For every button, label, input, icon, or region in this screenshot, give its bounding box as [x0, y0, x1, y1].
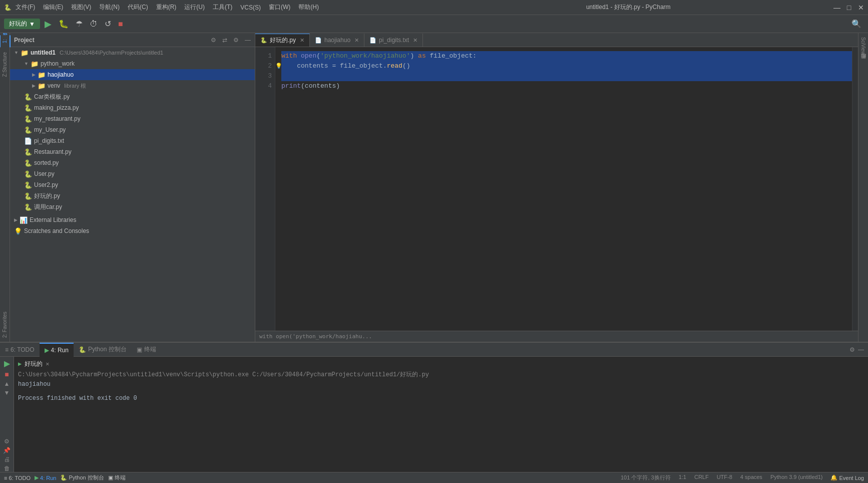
- bottom-tab-python-console[interactable]: 🐍 Python 控制台: [74, 343, 132, 357]
- rerun-button[interactable]: ↺: [102, 18, 114, 30]
- structure-label[interactable]: 结构图: [859, 59, 868, 67]
- debug-button[interactable]: 🐛: [56, 18, 71, 30]
- tree-python-work[interactable]: ▼ 📁 python_work: [10, 58, 255, 69]
- maximize-button[interactable]: □: [846, 5, 852, 11]
- run-tab-close-icon[interactable]: ✕: [46, 360, 49, 368]
- pi-digits-icon: 📄: [24, 137, 32, 145]
- tab-haowandy[interactable]: 🐍 好玩的.py ✕: [255, 34, 310, 47]
- tree-haojiahuo[interactable]: ▶ 📁 haojiahuo: [10, 69, 255, 80]
- run-pin-icon[interactable]: 📌: [3, 447, 11, 454]
- footer-indent[interactable]: 4 spaces: [740, 474, 762, 481]
- footer-position[interactable]: 1:1: [679, 474, 686, 481]
- sidebar-item-project[interactable]: 1:项目: [0, 35, 11, 47]
- code-editor[interactable]: with open('python_work/haojiahuo') as fi…: [275, 47, 852, 331]
- footer-python[interactable]: Python 3.9 (untitled1): [770, 474, 823, 481]
- coverage-button[interactable]: ☂: [73, 18, 85, 30]
- menu-view[interactable]: 视图(V): [67, 2, 95, 13]
- menu-vcs[interactable]: VCS(S): [236, 2, 265, 13]
- tree-my-user[interactable]: 🐍 my_User.py: [10, 124, 255, 135]
- tree-restaurant[interactable]: 🐍 Restaurant.py: [10, 146, 255, 157]
- sidebar-item-favorites[interactable]: 2: Favorites: [1, 308, 9, 342]
- todo-footer-button[interactable]: ≡ 6: TODO: [4, 475, 31, 481]
- event-log-button[interactable]: 🔔 Event Log: [830, 474, 864, 481]
- tree-haowandy[interactable]: 🐍 好玩的.py: [10, 190, 255, 201]
- tab-haowandy-close[interactable]: ✕: [300, 37, 304, 44]
- bottom-tab-run[interactable]: ▶ 4: Run: [40, 343, 74, 357]
- venv-name: venv: [48, 82, 60, 89]
- terminal-label: 终端: [144, 345, 156, 354]
- indent-2: [281, 61, 297, 71]
- tree-root[interactable]: ▼ 📁 untitled1 C:\Users\30484\PycharmProj…: [10, 47, 255, 58]
- tab-haojiahuo-close[interactable]: ✕: [354, 37, 359, 44]
- tab-pi-digits-label: pi_digits.txt: [379, 37, 409, 44]
- tree-external-libraries[interactable]: ▶ 📊 External Libraries: [10, 214, 255, 225]
- project-hide-icon[interactable]: —: [245, 37, 251, 44]
- haowandy-name: 好玩的.py: [34, 192, 60, 200]
- menu-file[interactable]: 文件(F): [12, 2, 39, 13]
- bottom-hide-icon[interactable]: —: [858, 346, 864, 353]
- search-everywhere-button[interactable]: 🔍: [849, 18, 864, 30]
- project-settings-icon[interactable]: ⚙: [233, 37, 239, 44]
- tree-user2[interactable]: 🐍 User2.py: [10, 179, 255, 190]
- run-play-button[interactable]: ▶: [4, 359, 10, 368]
- run-print-icon[interactable]: 🖨: [4, 456, 10, 463]
- tree-pi-digits[interactable]: 📄 pi_digits.txt: [10, 135, 255, 146]
- bottom-tabs-bar: ≡ 6: TODO ▶ 4: Run 🐍 Python 控制台 ▣ 终端 ⚙ —: [0, 343, 868, 357]
- editor-status-bar: with open('python_work/haojiahu...: [255, 331, 858, 342]
- tree-my-restaurant[interactable]: 🐍 my_restaurant.py: [10, 113, 255, 124]
- project-gear-icon[interactable]: ⚙: [211, 37, 216, 44]
- tree-venv[interactable]: ▶ 📁 venv library 根: [10, 80, 255, 91]
- bottom-tab-todo[interactable]: ≡ 6: TODO: [0, 343, 40, 357]
- venv-chevron: ▶: [32, 83, 36, 88]
- tree-scratches[interactable]: 💡 Scratches and Consoles: [10, 225, 255, 236]
- bottom-tab-terminal[interactable]: ▣ 终端: [132, 343, 161, 357]
- tab-pi-digits-close[interactable]: ✕: [413, 37, 417, 44]
- todo-icon: ≡: [5, 346, 9, 353]
- bulb-icon: 💡: [275, 61, 282, 71]
- profile-button[interactable]: ⏱: [87, 19, 100, 30]
- run-config-button[interactable]: 好玩的 ▼: [4, 19, 40, 29]
- python-work-name: python_work: [41, 60, 75, 67]
- run-footer-button[interactable]: ▶ 4: Run: [35, 474, 56, 481]
- menu-refactor[interactable]: 重构(R): [152, 2, 181, 13]
- stop-button[interactable]: ■: [116, 19, 126, 30]
- tab-haojiahuo[interactable]: 📄 haojiahuo ✕: [310, 34, 364, 47]
- run-scroll-down[interactable]: ▼: [4, 389, 10, 396]
- menu-tools[interactable]: 工具(T): [209, 2, 236, 13]
- restaurant-icon: 🐍: [24, 148, 32, 156]
- root-name: untitled1: [31, 49, 56, 56]
- tree-sorted[interactable]: 🐍 sorted.py: [10, 157, 255, 168]
- python-console-footer-button[interactable]: 🐍 Python 控制台: [60, 474, 104, 481]
- menu-run[interactable]: 运行(U): [180, 2, 209, 13]
- project-menu-icon[interactable]: ⇄: [222, 37, 227, 44]
- tree-car[interactable]: 🐍 Car类模板.py: [10, 91, 255, 102]
- todo-footer-icon: ≡: [4, 475, 7, 481]
- tab-haojiahuo-icon: 📄: [315, 37, 322, 44]
- sciview-label[interactable]: SciView: [859, 33, 867, 59]
- tree-user[interactable]: 🐍 User.py: [10, 168, 255, 179]
- menu-code[interactable]: 代码(C): [124, 2, 152, 13]
- footer-encoding[interactable]: UTF-8: [717, 474, 732, 481]
- run-settings-icon[interactable]: ⚙: [4, 438, 10, 445]
- menu-edit[interactable]: 编辑(E): [39, 2, 67, 13]
- footer-line-ending[interactable]: CRLF: [694, 474, 709, 481]
- sidebar-item-structure[interactable]: Z:Structure: [1, 48, 9, 81]
- tab-pi-digits[interactable]: 📄 pi_digits.txt ✕: [364, 34, 423, 47]
- str-path: 'python_work/haojiahuo': [320, 51, 410, 61]
- menu-window[interactable]: 窗口(W): [265, 2, 294, 13]
- tree-diaoyongcar[interactable]: 🐍 调用car.py: [10, 201, 255, 212]
- run-scroll-up[interactable]: ▲: [4, 380, 10, 387]
- menu-help[interactable]: 帮助(H): [294, 2, 323, 13]
- tree-making-pizza[interactable]: 🐍 making_pizza.py: [10, 102, 255, 113]
- main-area: 1:项目 Z:Structure 2: Favorites Project ⚙ …: [0, 33, 868, 342]
- run-stop-button[interactable]: ■: [5, 370, 9, 378]
- minimize-button[interactable]: —: [834, 5, 840, 11]
- run-button[interactable]: ▶: [42, 18, 54, 31]
- print-close: ): [336, 81, 340, 91]
- run-clear-icon[interactable]: 🗑: [4, 465, 10, 472]
- line-num-4: 4: [255, 81, 272, 91]
- terminal-footer-button[interactable]: ▣ 终端: [108, 474, 126, 481]
- bottom-gear-icon[interactable]: ⚙: [849, 346, 855, 353]
- close-button[interactable]: ✕: [858, 5, 864, 11]
- menu-navigate[interactable]: 导航(N): [95, 2, 124, 13]
